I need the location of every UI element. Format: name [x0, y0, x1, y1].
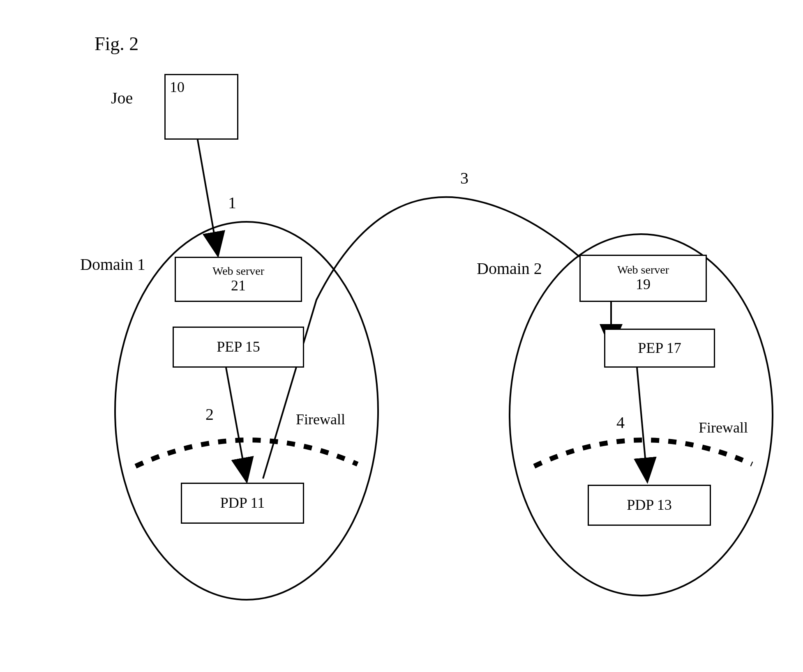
arrow-1-label: 1	[228, 193, 236, 212]
arrow-3-label: 3	[460, 168, 468, 188]
domain1-webserver-id: 21	[231, 278, 246, 294]
domain2-label: Domain 2	[477, 259, 542, 278]
domain2-firewall-label: Firewall	[699, 419, 748, 436]
domain1-webserver-box: Web server 21	[175, 257, 302, 302]
domain1-pdp-box: PDP 11	[181, 483, 304, 524]
diagram-canvas: Fig. 2 Joe 10 Domain 1 Domain 2 Web serv…	[0, 0, 803, 672]
domain2-pep-box: PEP 17	[604, 329, 715, 368]
domain2-webserver-id: 19	[636, 276, 651, 293]
domain1-label: Domain 1	[80, 255, 145, 274]
domain1-firewall-label: Firewall	[296, 411, 345, 428]
domain1-webserver-label: Web server	[212, 265, 264, 278]
domain1-firewall-arc	[136, 440, 358, 466]
domain2-pdp-label: PDP 13	[627, 497, 672, 513]
domain1-pep-box: PEP 15	[173, 327, 304, 368]
arrow-4	[637, 368, 647, 481]
arrow-2-label: 2	[205, 405, 214, 424]
domain2-firewall-arc	[534, 440, 752, 466]
domain2-pdp-box: PDP 13	[588, 485, 711, 526]
arrow-4-label: 4	[616, 413, 625, 432]
arrow-2	[226, 368, 247, 481]
domain2-webserver-box: Web server 19	[579, 255, 707, 302]
figure-caption: Fig. 2	[95, 33, 138, 55]
domain2-webserver-label: Web server	[617, 264, 669, 276]
actor-name-label: Joe	[111, 88, 133, 108]
actor-box: 10	[164, 74, 238, 140]
domain1-pep-label: PEP 15	[217, 339, 260, 355]
actor-box-id: 10	[170, 79, 185, 96]
arrow-1	[197, 138, 218, 255]
domain1-pdp-label: PDP 11	[220, 495, 265, 511]
domain2-pep-label: PEP 17	[638, 340, 681, 357]
arrow-3-curve	[263, 197, 579, 479]
